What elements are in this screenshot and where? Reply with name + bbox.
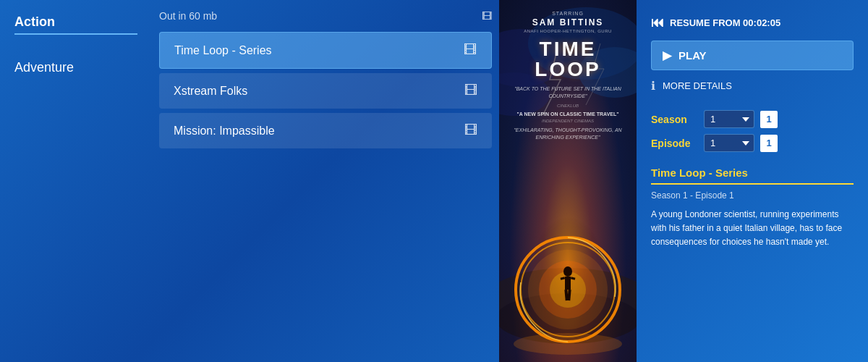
sidebar-category-action[interactable]: Action (14, 11, 137, 35)
show-description: A young Londoner scientist, running expe… (651, 208, 854, 250)
list-item-xstream[interactable]: Xstream Folks 🎞 (159, 73, 492, 109)
right-panel: ⏮ RESUME FROM 00:02:05 ▶ PLAY ℹ MORE DET… (637, 0, 868, 362)
episode-dropdown[interactable]: 1 2 3 (704, 134, 754, 152)
list-item-label: Mission: Impassible (174, 125, 275, 138)
svg-point-18 (514, 333, 622, 355)
poster-quote2: "A NEW SPIN ON CLASSIC TIME TRAVEL" (506, 111, 629, 117)
info-icon: ℹ (651, 79, 655, 93)
svg-point-12 (563, 266, 572, 277)
top-item-label: Out in 60 mb (159, 10, 217, 22)
sidebar-category-adventure[interactable]: Adventure (14, 56, 137, 79)
poster-starring: STARRING (506, 11, 629, 16)
poster-quote2-source: INDEPENDENT CINEMAS (506, 118, 629, 124)
poster-quote3: "EXHILARATING, THOUGHT-PROVOKING, AN ENR… (506, 127, 629, 141)
svg-rect-13 (565, 277, 571, 290)
list-item-mission[interactable]: Mission: Impassible 🎞 (159, 113, 492, 148)
episode-number: 1 (760, 135, 778, 152)
play-button[interactable]: ▶ PLAY (651, 41, 854, 70)
show-title: Time Loop - Series (651, 167, 854, 185)
poster-quote1-source: CINEKLUB (506, 103, 629, 109)
film-icon: 🎞 (464, 43, 477, 58)
more-details-label: MORE DETAILS (663, 80, 732, 91)
episode-selector-row: Episode 1 2 3 1 (651, 134, 854, 152)
season-selector-row: Season 1 2 3 1 (651, 110, 854, 128)
resume-label: RESUME FROM 00:02:05 (670, 17, 780, 28)
play-label: PLAY (678, 49, 707, 62)
movie-poster: STARRING SAM BITTINS ANAFI HOOPER-HETTIN… (499, 0, 637, 362)
resume-icon: ⏮ (651, 15, 664, 30)
poster-title: TIME LOOP (506, 39, 629, 80)
list-item-time-loop[interactable]: Time Loop - Series 🎞 (159, 32, 492, 69)
list-item-label: Xstream Folks (174, 85, 247, 98)
season-episode-selectors: Season 1 2 3 1 Episode 1 2 3 1 (651, 110, 854, 152)
poster-actors-sub: ANAFI HOOPER-HETTINGTON, GURU (506, 29, 629, 33)
content-list: Out in 60 mb 🎞 Time Loop - Series 🎞 Xstr… (152, 0, 499, 362)
poster-quote1: "BACK TO THE FUTURE SET IN THE ITALIAN C… (506, 85, 629, 100)
episode-label: Episode (651, 138, 698, 149)
play-icon: ▶ (663, 49, 671, 62)
more-details-button[interactable]: ℹ MORE DETAILS (651, 76, 854, 96)
film-icon: 🎞 (482, 10, 492, 22)
film-icon: 🎞 (464, 83, 477, 98)
resume-button[interactable]: ⏮ RESUME FROM 00:02:05 (651, 11, 854, 35)
season-dropdown[interactable]: 1 2 3 (704, 110, 754, 128)
list-top-item[interactable]: Out in 60 mb 🎞 (159, 7, 492, 25)
list-item-label: Time Loop - Series (174, 44, 272, 57)
sidebar: Action Adventure (0, 0, 152, 362)
film-icon: 🎞 (464, 123, 477, 138)
season-number: 1 (760, 111, 778, 128)
season-label: Season (651, 114, 698, 125)
poster-actor: SAM BITTINS (506, 17, 629, 28)
episode-info: Season 1 - Episode 1 (651, 190, 854, 201)
